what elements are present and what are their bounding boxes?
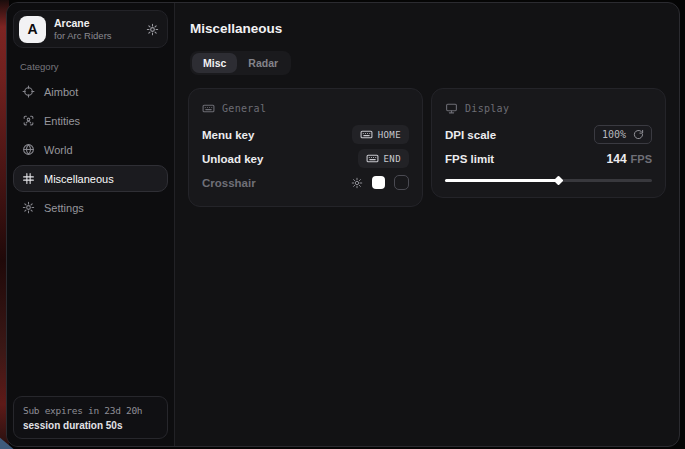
dpi-scale-row: DPI scale 100% xyxy=(445,123,652,146)
brand-card: A Arcane for Arc Riders xyxy=(13,10,168,48)
fps-limit-label: FPS limit xyxy=(445,153,494,165)
tab-bar: Misc Radar xyxy=(190,51,291,75)
app-window: A Arcane for Arc Riders Category Aimbot xyxy=(6,2,680,447)
general-panel: General Menu key HOME Unload key xyxy=(188,88,423,207)
menu-key-row: Menu key HOME xyxy=(202,123,409,146)
main-content: Miscellaneous Misc Radar General Menu ke… xyxy=(175,3,679,446)
brand-subtitle: for Arc Riders xyxy=(54,30,138,41)
unload-key-bind-button[interactable]: END xyxy=(358,149,409,168)
page-title: Miscellaneous xyxy=(190,21,666,36)
grid-icon xyxy=(22,172,35,185)
slider-thumb[interactable] xyxy=(553,175,563,185)
dpi-scale-control[interactable]: 100% xyxy=(594,125,652,144)
unload-key-value: END xyxy=(384,154,401,164)
fps-unit: FPS xyxy=(631,153,652,165)
crosshair-row: Crosshair xyxy=(202,171,409,194)
subscription-box: Sub expires in 23d 20h session duration … xyxy=(13,396,168,439)
sidebar-item-label: Settings xyxy=(44,202,84,214)
sidebar-nav: Aimbot Entities World Miscellaneous xyxy=(13,78,168,221)
sidebar-item-label: World xyxy=(44,144,73,156)
brand-logo: A xyxy=(19,16,46,43)
sidebar-item-label: Aimbot xyxy=(44,86,78,98)
session-duration-text: session duration 50s xyxy=(23,420,158,431)
refresh-icon[interactable] xyxy=(633,129,644,140)
general-panel-header: General xyxy=(202,99,409,117)
display-panel: Display DPI scale 100% FPS limit 144 xyxy=(431,88,666,198)
tab-radar[interactable]: Radar xyxy=(237,53,289,73)
panel-title: Display xyxy=(465,103,509,114)
keyboard-icon xyxy=(202,102,215,115)
panel-title: General xyxy=(222,103,266,114)
sidebar-item-world[interactable]: World xyxy=(13,136,168,163)
tab-misc[interactable]: Misc xyxy=(192,53,237,73)
globe-icon xyxy=(22,143,35,156)
crosshair-settings-gear-icon[interactable] xyxy=(351,177,363,189)
fps-limit-value: 144 FPS xyxy=(607,152,652,166)
gear-icon xyxy=(22,201,35,214)
sidebar: A Arcane for Arc Riders Category Aimbot xyxy=(7,3,175,446)
sub-expiry-text: Sub expires in 23d 20h xyxy=(23,405,158,416)
unload-key-label: Unload key xyxy=(202,153,263,165)
crosshair-color-swatch[interactable] xyxy=(372,176,385,189)
sidebar-item-entities[interactable]: Entities xyxy=(13,107,168,134)
sidebar-spacer xyxy=(13,221,168,396)
menu-key-bind-button[interactable]: HOME xyxy=(352,125,409,144)
brand-text: Arcane for Arc Riders xyxy=(54,17,138,41)
menu-key-label: Menu key xyxy=(202,129,254,141)
sidebar-item-label: Entities xyxy=(44,115,80,127)
slider-fill xyxy=(445,179,559,182)
panels-row: General Menu key HOME Unload key xyxy=(188,88,666,207)
keyboard-icon xyxy=(366,152,379,165)
category-label: Category xyxy=(20,61,161,72)
display-panel-header: Display xyxy=(445,99,652,117)
unload-key-row: Unload key END xyxy=(202,147,409,170)
brand-gear-icon[interactable] xyxy=(146,23,159,36)
sidebar-item-miscellaneous[interactable]: Miscellaneous xyxy=(13,165,168,192)
dpi-scale-label: DPI scale xyxy=(445,129,496,141)
sidebar-item-aimbot[interactable]: Aimbot xyxy=(13,78,168,105)
sidebar-item-label: Miscellaneous xyxy=(44,173,114,185)
crosshair-label: Crosshair xyxy=(202,177,256,189)
crosshair-checkbox[interactable] xyxy=(394,175,409,190)
fps-limit-row: FPS limit 144 FPS xyxy=(445,147,652,170)
brand-name: Arcane xyxy=(54,17,138,30)
menu-key-value: HOME xyxy=(378,130,401,140)
dpi-scale-value: 100% xyxy=(602,129,626,140)
keyboard-icon xyxy=(360,128,373,141)
fps-number: 144 xyxy=(607,152,627,166)
sidebar-item-settings[interactable]: Settings xyxy=(13,194,168,221)
fps-limit-slider[interactable] xyxy=(445,175,652,185)
crosshair-controls xyxy=(351,175,409,190)
entities-scan-icon xyxy=(22,114,35,127)
monitor-icon xyxy=(445,102,458,115)
crosshair-icon xyxy=(22,85,35,98)
